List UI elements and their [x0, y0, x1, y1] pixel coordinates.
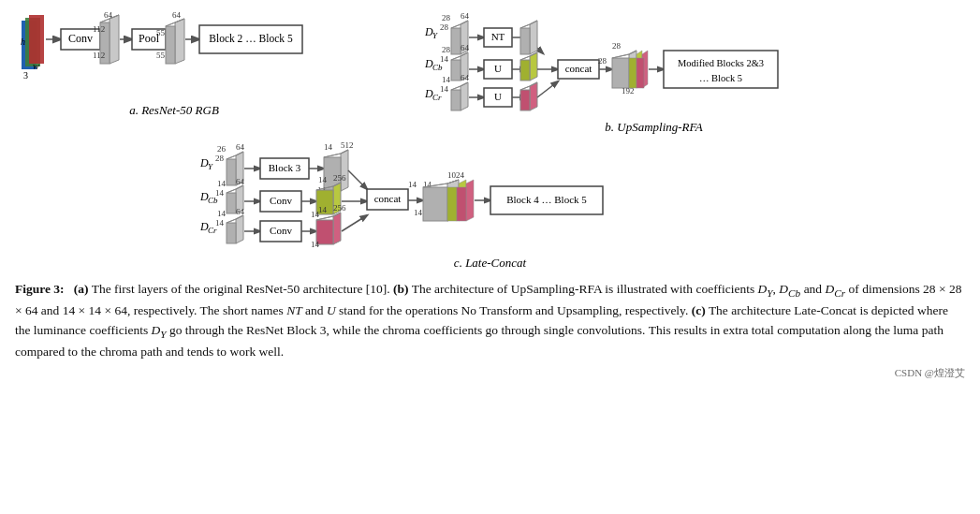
svg-text:256: 256: [333, 203, 346, 213]
svg-text:64: 64: [172, 10, 182, 20]
svg-text:… Block 5: … Block 5: [698, 73, 741, 83]
svg-text:14: 14: [442, 75, 451, 84]
svg-text:14: 14: [414, 208, 423, 217]
svg-text:Cb: Cb: [432, 63, 443, 72]
svg-text:14: 14: [215, 188, 225, 198]
top-diagrams-row: h w 3 Conv 64 112 112: [15, 11, 965, 135]
svg-text:3: 3: [23, 70, 28, 81]
svg-text:112: 112: [93, 51, 105, 60]
svg-rect-49: [451, 60, 461, 81]
svg-text:Cr: Cr: [432, 93, 442, 102]
svg-text:28: 28: [598, 56, 607, 66]
svg-marker-64: [461, 82, 468, 110]
svg-text:28: 28: [215, 154, 225, 163]
svg-text:28: 28: [442, 13, 451, 22]
svg-marker-9: [110, 15, 119, 64]
diagram-b-caption: b. UpSampling-RFA: [605, 120, 702, 135]
caption-label-b: (b): [393, 282, 409, 296]
svg-rect-72: [520, 90, 530, 110]
svg-text:Block 3: Block 3: [268, 162, 300, 173]
svg-text:256: 256: [333, 173, 346, 183]
svg-rect-117: [227, 193, 236, 213]
svg-text:Conv: Conv: [68, 32, 93, 45]
svg-rect-84: [636, 58, 644, 88]
svg-text:26: 26: [217, 144, 227, 154]
svg-text:112: 112: [93, 24, 105, 34]
csdn-credit: CSDN @煌澄艾: [15, 366, 965, 380]
svg-rect-160: [447, 187, 457, 221]
svg-text:NT: NT: [490, 31, 505, 42]
svg-text:concat: concat: [373, 193, 401, 204]
svg-text:192: 192: [622, 86, 635, 95]
svg-text:14: 14: [318, 175, 328, 184]
diagram-b-svg: D Y 28 28 64 NT: [425, 11, 884, 118]
svg-marker-144: [333, 213, 341, 244]
svg-marker-135: [236, 215, 243, 243]
diagram-b: D Y 28 28 64 NT: [343, 11, 965, 135]
caption-label-a: (a): [74, 282, 89, 296]
svg-text:28: 28: [612, 41, 622, 51]
svg-text:28: 28: [442, 45, 451, 54]
svg-text:14: 14: [318, 205, 328, 214]
svg-text:14: 14: [217, 179, 227, 188]
svg-text:14: 14: [215, 218, 225, 228]
svg-text:64: 64: [461, 11, 470, 21]
svg-rect-33: [451, 28, 461, 54]
svg-text:U: U: [494, 63, 502, 74]
svg-marker-161: [466, 180, 474, 221]
svg-text:14: 14: [440, 84, 449, 94]
svg-line-110: [348, 170, 367, 189]
svg-text:Block 2 … Block 5: Block 2 … Block 5: [209, 33, 293, 44]
diagram-c-wrapper: D Y 26 28 64 Block 3 14 512: [15, 142, 965, 271]
svg-rect-65: [451, 90, 461, 110]
svg-rect-79: [612, 58, 629, 88]
svg-text:Y: Y: [432, 31, 438, 40]
svg-text:concat: concat: [564, 63, 592, 74]
svg-text:64: 64: [461, 73, 470, 82]
svg-marker-40: [530, 21, 537, 54]
diagram-c-caption: c. Late-Concat: [454, 256, 526, 271]
svg-text:14: 14: [217, 209, 227, 218]
svg-marker-106: [341, 150, 348, 191]
svg-text:64: 64: [236, 142, 245, 152]
svg-text:w: w: [33, 61, 39, 71]
figure-caption: Figure 3: (a) The first layers of the or…: [15, 280, 965, 362]
svg-text:Block 4 … Block 5: Block 4 … Block 5: [506, 194, 587, 205]
svg-text:55: 55: [156, 51, 166, 60]
svg-rect-2: [29, 15, 44, 64]
diagram-c: D Y 26 28 64 Block 3 14 512: [200, 142, 781, 271]
svg-marker-18: [175, 19, 184, 64]
svg-rect-41: [520, 28, 530, 54]
diagram-a-caption: a. ResNet-50 RGB: [129, 103, 219, 118]
svg-line-148: [342, 215, 367, 231]
svg-text:512: 512: [341, 140, 354, 150]
diagram-c-svg: D Y 26 28 64 Block 3 14 512: [200, 142, 781, 254]
svg-text:14: 14: [324, 142, 333, 152]
svg-text:14: 14: [311, 240, 320, 249]
svg-text:14: 14: [408, 180, 417, 189]
svg-marker-71: [530, 82, 537, 110]
svg-marker-55: [530, 52, 537, 81]
svg-rect-136: [227, 223, 236, 243]
diagram-a: h w 3 Conv 64 112 112: [15, 11, 333, 118]
svg-line-74: [537, 81, 558, 97]
svg-text:Conv: Conv: [270, 225, 292, 236]
svg-text:28: 28: [440, 22, 449, 32]
svg-rect-157: [423, 187, 447, 221]
svg-text:14: 14: [440, 54, 449, 64]
svg-text:1024: 1024: [447, 170, 465, 180]
diagram-a-svg: h w 3 Conv 64 112 112: [20, 11, 329, 99]
caption-text-a: The first layers of the original ResNet-…: [92, 282, 393, 296]
svg-text:64: 64: [104, 10, 113, 20]
svg-text:Modified Blocks 2&3: Modified Blocks 2&3: [677, 58, 763, 68]
svg-rect-82: [629, 58, 636, 88]
svg-text:64: 64: [461, 43, 470, 52]
svg-text:Y: Y: [208, 162, 213, 171]
svg-rect-19: [166, 26, 175, 64]
caption-label-c: (c): [692, 303, 706, 317]
svg-rect-162: [457, 187, 466, 221]
svg-text:h: h: [21, 37, 25, 47]
svg-text:Conv: Conv: [270, 195, 292, 206]
svg-rect-56: [520, 60, 530, 81]
svg-text:55: 55: [156, 28, 166, 37]
